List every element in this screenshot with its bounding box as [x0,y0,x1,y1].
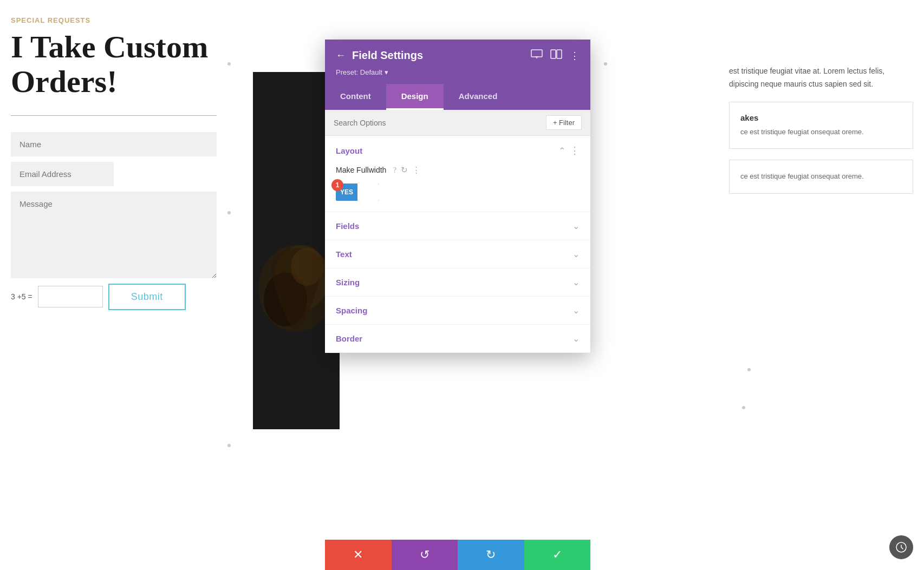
right-content-area: est tristique feugiat vitae at. Lorem le… [718,54,924,215]
border-section-title: Border [336,334,362,343]
dot-6 [742,406,745,409]
spacing-section-header[interactable]: Spacing ⌄ [325,297,590,324]
tab-content[interactable]: Content [325,84,386,110]
modal-toolbar: ✕ ↺ ↻ ✓ [325,540,590,570]
modal-screen-icon[interactable] [531,49,543,62]
section-fields: Fields ⌄ [325,212,590,240]
section-border: Border ⌄ [325,325,590,353]
modal-more-icon[interactable]: ⋮ [570,50,580,62]
make-fullwidth-icons: ? ↻ ⋮ [393,165,420,175]
layout-chevron-up-icon: ⌃ [558,146,565,156]
modal-back-icon[interactable]: ← [336,50,346,61]
layout-dots-icon[interactable]: ⋮ [570,145,580,156]
modal-columns-icon[interactable] [550,49,562,62]
content-box-1-title: akes [740,113,902,122]
dot-4 [227,444,231,447]
right-text-1: est tristique feugiat vitae at. Lorem le… [729,65,913,91]
modal-tabs: Content Design Advanced [325,84,590,110]
border-section-header[interactable]: Border ⌄ [325,325,590,352]
cancel-button[interactable]: ✕ [325,540,392,570]
dot-5 [747,368,751,371]
floating-settings-button[interactable] [889,535,913,559]
layout-section-header-right: ⌃ ⋮ [558,145,580,156]
layout-section-body: Make Fullwidth ? ↻ ⋮ 1 YES [325,165,590,212]
text-section-title: Text [336,250,352,259]
content-box-2-text: ce est tristique feugiat onsequat oreme. [740,171,902,182]
content-box-1-text: ce est tristique feugiat onsequat oreme. [740,127,902,138]
section-spacing: Spacing ⌄ [325,297,590,325]
svg-rect-5 [531,50,542,57]
spacing-chevron-icon: ⌄ [572,305,580,316]
redo-button[interactable]: ↻ [458,540,524,570]
svg-point-4 [291,248,323,286]
field-settings-modal: ← Field Settings [325,40,590,353]
dot-1 [227,62,231,65]
layout-section-title: Layout [336,146,362,155]
fields-section-title: Fields [336,221,359,231]
filter-button[interactable]: + Filter [546,115,582,130]
notification-badge: 1 [331,179,343,191]
modal-title: Field Settings [352,49,423,62]
name-input[interactable] [11,132,217,156]
content-box-1: akes ce est tristique feugiat onsequat o… [729,102,913,149]
fields-chevron-icon: ⌄ [572,221,580,231]
toggle-no-area [357,184,379,201]
save-button[interactable]: ✓ [524,540,591,570]
tab-advanced[interactable]: Advanced [444,84,513,110]
form-bottom: 3 +5 = Submit [11,284,244,310]
text-section-header[interactable]: Text ⌄ [325,240,590,268]
sizing-section-header[interactable]: Sizing ⌄ [325,268,590,296]
svg-rect-9 [557,50,562,58]
help-icon[interactable]: ? [393,166,396,175]
captcha-label: 3 +5 = [11,292,32,301]
layout-section-header[interactable]: Layout ⌃ ⋮ [325,136,590,165]
modal-body: Layout ⌃ ⋮ Make Fullwidth ? ↻ ⋮ [325,136,590,353]
modal-title-row: ← Field Settings [336,49,580,62]
reset-icon[interactable]: ↻ [401,165,408,175]
search-options-input[interactable] [334,119,546,127]
modal-title-left: ← Field Settings [336,49,423,62]
dot-3 [227,211,231,214]
modal-header-icons: ⋮ [531,49,580,62]
modal-search-bar: + Filter [325,110,590,136]
border-chevron-icon: ⌄ [572,333,580,344]
captcha-input[interactable] [38,286,103,307]
modal-header: ← Field Settings [325,40,590,84]
undo-button[interactable]: ↺ [392,540,458,570]
svg-rect-8 [551,50,556,58]
form-section: SPECIAL REQUESTS I Take Custom Orders! 3… [0,0,255,326]
spacing-section-title: Spacing [336,306,367,315]
special-requests-label: SPECIAL REQUESTS [11,16,244,24]
toggle-wrapper: 1 YES [336,184,379,201]
toggle-row: 1 YES [336,184,580,201]
modal-preset-label[interactable]: Preset: Default ▾ [336,68,580,84]
section-sizing: Sizing ⌄ [325,268,590,297]
section-text: Text ⌄ [325,240,590,268]
message-textarea[interactable] [11,192,217,278]
make-fullwidth-label: Make Fullwidth [336,166,386,174]
dot-2 [604,62,607,65]
fields-section-header[interactable]: Fields ⌄ [325,212,590,240]
sizing-section-title: Sizing [336,278,360,287]
content-box-2: ce est tristique feugiat onsequat oreme. [729,160,913,194]
divider-line [11,115,217,116]
section-layout: Layout ⌃ ⋮ Make Fullwidth ? ↻ ⋮ [325,136,590,212]
submit-button[interactable]: Submit [108,284,186,310]
make-fullwidth-option: Make Fullwidth ? ↻ ⋮ [336,165,580,175]
page-main-heading: I Take Custom Orders! [11,30,244,99]
tab-design[interactable]: Design [386,84,444,110]
more-icon[interactable]: ⋮ [412,165,420,175]
email-input[interactable] [11,162,114,186]
sizing-chevron-icon: ⌄ [572,277,580,287]
text-chevron-icon: ⌄ [572,249,580,259]
